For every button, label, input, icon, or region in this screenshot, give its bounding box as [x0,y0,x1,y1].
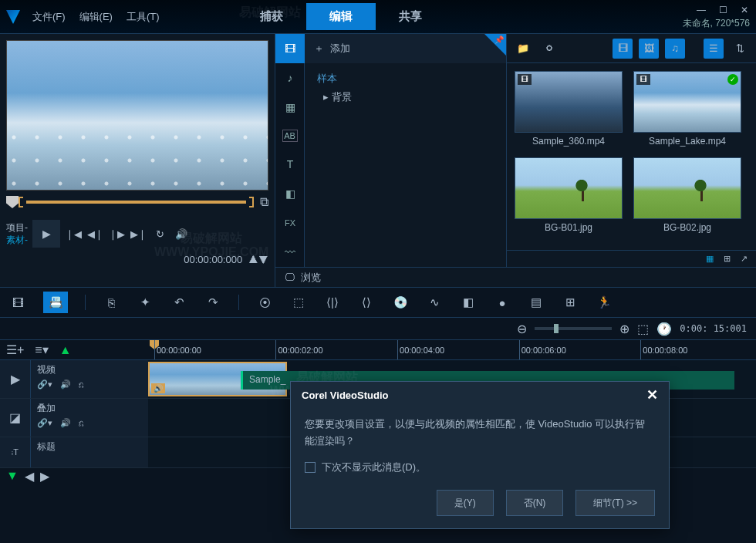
mark-in-icon[interactable] [19,197,23,207]
add-track-icon[interactable]: ☰+ [6,342,24,357]
timeline-view-icon[interactable]: 📇 [43,292,68,313]
grid-tool-icon[interactable]: ⊞ [562,292,579,313]
layers-icon[interactable]: ▦ [704,253,716,265]
scrub-bar[interactable] [26,201,246,204]
colorize-icon[interactable]: ● [494,292,511,313]
disc-icon[interactable]: 💿 [392,292,409,313]
add-folder-button[interactable]: ＋ 添加 [305,34,506,63]
tree-item-background[interactable]: ▸ 背景 [317,88,494,106]
split-icon[interactable]: ⟨|⟩ [324,292,341,313]
view-list-icon[interactable]: ☰ [704,39,724,59]
media-thumb[interactable]: 🎞 Sample_360.mp4 [515,71,623,147]
link-icon[interactable]: 🔗▾ [37,418,52,428]
maximize-button[interactable]: ☐ [717,5,728,15]
media-thumb[interactable]: 🎞✓ Sample_Lake.mp4 [633,71,741,147]
trim-icon[interactable]: ⟨⟩ [358,292,375,313]
mark-out-icon[interactable] [249,197,254,207]
copy-attr-icon[interactable]: ⎘ [103,292,120,313]
media-thumb[interactable]: BG-B01.jpg [515,157,623,233]
mode-project[interactable]: 项目- [6,221,28,234]
motion-icon[interactable]: 🏃 [596,292,613,313]
track-options-icon[interactable]: ≡▾ [35,342,48,357]
details-button[interactable]: 细节(T) >> [575,490,655,516]
mixer-icon[interactable]: ◧ [460,292,477,313]
zoom-in-icon[interactable]: ⊕ [619,322,629,336]
zoom-slider[interactable] [535,327,612,330]
scroll-up-icon[interactable]: ▲ [59,343,72,357]
browse-row[interactable]: 🖵 浏览 [275,267,756,287]
zoom-out-icon[interactable]: ⊖ [517,322,527,336]
marker-tool-icon[interactable]: ⬚ [290,292,307,313]
settings-icon[interactable]: ✦ [137,292,154,313]
fit-icon[interactable]: ⬚ [637,322,649,336]
preview-scrubber[interactable]: ⧉ [6,191,268,214]
lock-icon[interactable]: ⎌ [79,379,84,390]
mode-clip[interactable]: 素材- [6,234,28,246]
tree-item-sample[interactable]: 样本 [317,69,494,88]
record-icon[interactable]: ⦿ [256,292,273,313]
mute-icon[interactable]: 🔊 [60,418,71,428]
lib-tab-filter[interactable]: FX [275,208,305,238]
sort-icon[interactable]: ⇅ [730,39,750,59]
minimize-button[interactable]: — [696,5,707,15]
no-button[interactable]: 否(N) [506,490,564,516]
media-thumb[interactable]: BG-B02.jpg [633,157,741,233]
lib-tab-text[interactable]: T [275,150,305,179]
audio-tool-icon[interactable]: ∿ [426,292,443,313]
prev-frame-button[interactable]: ◀❘ [86,225,103,242]
grid-icon[interactable]: ⊞ [721,253,733,265]
tab-capture[interactable]: 捕获 [237,3,306,30]
chapter-icon[interactable]: ▤ [528,292,545,313]
go-end-button[interactable]: ▶❘ [130,225,147,242]
play-button[interactable]: ▶ [32,220,60,248]
track-video-icon[interactable]: ▶ [0,360,31,398]
dialog-close-button[interactable]: ✕ [646,386,658,403]
menu-edit[interactable]: 编辑(E) [79,10,113,24]
lib-tab-transition[interactable]: ▦ [275,93,305,122]
time-ruler[interactable]: 00:00:00:00 00:00:02:00 00:00:04:00 00:0… [148,340,756,359]
expand-icon[interactable]: ↗ [737,253,750,265]
loop-button[interactable]: ↻ [151,225,168,242]
preview-timecode[interactable]: 00:00:00:000 ⯅⯆ [184,254,268,265]
lock-icon[interactable]: ⎌ [79,418,84,428]
volume-button[interactable]: 🔊 [173,225,190,242]
close-button[interactable]: ✕ [739,5,750,15]
scrub-marker-icon[interactable] [6,196,19,208]
filter-video-icon[interactable]: 🎞 [613,39,633,59]
menu-file[interactable]: 文件(F) [32,10,66,24]
filter-audio-icon[interactable]: ♫ [665,39,685,59]
filter-photo-icon[interactable]: 🖼 [639,39,659,59]
mute-icon[interactable]: 🔊 [60,379,71,390]
library-toolbar: 📁 ⭘ 🎞 🖼 ♫ ☰ ⇅ [507,34,756,63]
lib-tab-title[interactable]: AB [282,130,298,142]
menu-tools[interactable]: 工具(T) [127,10,160,24]
checkbox-icon[interactable] [305,462,316,473]
duplicate-icon[interactable]: ⧉ [260,195,268,209]
yes-button[interactable]: 是(Y) [437,490,494,516]
track-overlay-icon[interactable]: ◪ [0,399,31,437]
storyboard-view-icon[interactable]: 🎞 [9,292,26,313]
video-badge-icon: 🎞 [518,74,532,85]
dont-show-checkbox[interactable]: 下次不显示此消息(D)。 [305,459,655,476]
track-title-icon[interactable]: ᵢT [0,437,31,467]
undo-icon[interactable]: ↶ [170,292,187,313]
next-frame-button[interactable]: ❘▶ [108,225,125,242]
import-folder-icon[interactable]: 📁 [513,39,533,59]
scroll-left-icon[interactable]: ◀ [25,469,34,484]
library-category-tabs: 🎞 ♪ ▦ AB T ◧ FX 〰 [275,34,305,267]
thumb-label: BG-B01.jpg [515,222,623,233]
go-start-button[interactable]: ❘◀ [65,225,82,242]
pin-icon[interactable] [484,34,506,56]
capture-icon[interactable]: ⭘ [539,39,559,59]
scroll-down-icon[interactable]: ▼ [6,469,19,483]
lib-tab-path[interactable]: 〰 [275,238,305,267]
lib-tab-audio[interactable]: ♪ [275,63,305,93]
lib-tab-graphic[interactable]: ◧ [275,179,305,208]
tab-edit[interactable]: 编辑 [306,3,376,30]
tab-share[interactable]: 共享 [376,3,445,30]
preview-viewport[interactable] [6,40,268,191]
link-icon[interactable]: 🔗▾ [37,379,52,390]
scroll-right-icon[interactable]: ▶ [40,469,49,484]
redo-icon[interactable]: ↷ [204,292,221,313]
lib-tab-media[interactable]: 🎞 [275,34,305,63]
